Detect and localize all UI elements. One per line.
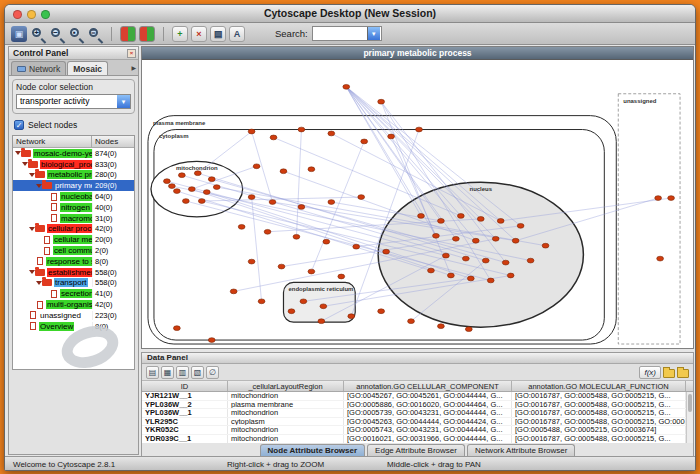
- network-node[interactable]: [300, 299, 307, 304]
- destroy-network-icon[interactable]: ×: [191, 26, 207, 42]
- network-node[interactable]: [178, 173, 185, 178]
- network-node[interactable]: [173, 189, 180, 194]
- network-node[interactable]: [278, 264, 285, 269]
- network-node[interactable]: [378, 99, 385, 104]
- network-canvas[interactable]: plasma membranecytoplasmmitochondrionnuc…: [142, 60, 693, 348]
- expander-icon[interactable]: [28, 270, 35, 274]
- tree-item-secretion[interactable]: secretion41(0): [13, 288, 134, 299]
- tree-item-metabolic-process[interactable]: metabolic process280(0): [13, 170, 134, 181]
- network-node[interactable]: [318, 319, 325, 324]
- network-node[interactable]: [428, 268, 435, 273]
- network-node[interactable]: [497, 218, 504, 223]
- expander-icon[interactable]: [14, 151, 21, 155]
- network-node[interactable]: [361, 139, 368, 144]
- expander-icon[interactable]: [28, 227, 35, 231]
- node-color-dropdown[interactable]: transporter activity ▼: [16, 94, 131, 109]
- table-row[interactable]: YPL036W__1mitochondrion[GO:0005739, GO:0…: [142, 409, 693, 418]
- network-node[interactable]: [527, 258, 534, 263]
- zoom-window-button[interactable]: [41, 10, 50, 19]
- network-node[interactable]: [443, 253, 450, 258]
- tree-item-transport[interactable]: transport558(0): [13, 278, 134, 289]
- network-frame-titlebar[interactable]: primary metabolic process: [142, 47, 693, 59]
- network-node[interactable]: [438, 324, 445, 329]
- unhide-all-nodes-icon[interactable]: [139, 26, 155, 42]
- tree-item-establishment-of-lo[interactable]: establishment of lo558(0): [13, 267, 134, 278]
- network-node[interactable]: [270, 135, 277, 140]
- tab-network[interactable]: Network: [11, 61, 66, 75]
- network-node[interactable]: [248, 195, 255, 200]
- zoom-selected-region-icon[interactable]: ▪: [68, 26, 84, 42]
- network-node[interactable]: [269, 200, 276, 205]
- search-combobox[interactable]: ▼: [312, 26, 382, 41]
- network-node[interactable]: [462, 256, 469, 261]
- tab-network-attribute-browser[interactable]: Network Attribute Browser: [467, 444, 575, 456]
- tree-item-cellular-process[interactable]: cellular process42(0): [13, 224, 134, 235]
- network-node[interactable]: [517, 223, 524, 228]
- network-node[interactable]: [198, 199, 205, 204]
- tree-item-cell-communica[interactable]: cell communica2(0): [13, 245, 134, 256]
- table-scrollbar[interactable]: [686, 392, 693, 443]
- network-node[interactable]: [507, 273, 514, 278]
- network-node[interactable]: [320, 304, 327, 309]
- zoom-fit-content-icon[interactable]: ≡: [87, 26, 103, 42]
- network-node[interactable]: [248, 129, 255, 134]
- expander-icon[interactable]: [35, 184, 42, 188]
- table-row[interactable]: YPL036W__2plasma membrane[GO:0005886, GO…: [142, 401, 693, 410]
- formula-builder-button[interactable]: f(x): [639, 366, 661, 379]
- network-node[interactable]: [238, 224, 245, 229]
- network-node[interactable]: [452, 236, 459, 241]
- network-node[interactable]: [482, 258, 489, 263]
- tree-column-nodes[interactable]: Nodes: [92, 136, 134, 147]
- network-node[interactable]: [208, 177, 215, 182]
- network-node[interactable]: [358, 195, 365, 200]
- network-node[interactable]: [264, 229, 271, 234]
- expander-icon[interactable]: [28, 173, 35, 177]
- network-node[interactable]: [182, 199, 189, 204]
- tree-item-nucleobase[interactable]: nucleobase64(0): [13, 191, 134, 202]
- network-node[interactable]: [328, 131, 335, 136]
- annotation-icon[interactable]: A: [229, 26, 245, 42]
- table-row[interactable]: YLR295Ccytoplasm[GO:0045263, GO:0044444,…: [142, 418, 693, 427]
- network-node[interactable]: [502, 260, 509, 265]
- network-node[interactable]: [230, 289, 237, 294]
- network-node[interactable]: [388, 134, 395, 139]
- tree-column-network[interactable]: Network: [13, 136, 92, 147]
- network-node[interactable]: [438, 218, 445, 223]
- tree-item-response-to-stimul[interactable]: response to stimul8(0): [13, 256, 134, 267]
- import-attributes-folder-icon[interactable]: [663, 369, 675, 378]
- network-node[interactable]: [408, 319, 415, 324]
- search-input[interactable]: [313, 27, 367, 40]
- table-row[interactable]: YKR052Cmitochondrion[GO:0005743, GO:0043…: [142, 426, 693, 435]
- network-node[interactable]: [213, 185, 220, 190]
- network-node[interactable]: [353, 244, 360, 249]
- network-node[interactable]: [248, 259, 255, 264]
- new-network-icon[interactable]: +: [172, 26, 188, 42]
- tab-mosaic[interactable]: Mosaic: [67, 61, 108, 75]
- network-node[interactable]: [253, 164, 260, 169]
- network-node[interactable]: [308, 167, 315, 172]
- tree-item-biological-process[interactable]: biological_process833(0): [13, 159, 134, 170]
- network-node[interactable]: [343, 84, 350, 89]
- network-node[interactable]: [208, 338, 215, 343]
- expander-icon[interactable]: [21, 162, 28, 166]
- network-node[interactable]: [203, 190, 210, 195]
- tree-item-mosaic-demo-yeast[interactable]: mosaic-demo-yeast874(0): [13, 148, 134, 159]
- network-node[interactable]: [472, 238, 479, 243]
- column-header-annotation-go-cellular-component[interactable]: annotation.GO CELLULAR_COMPONENT: [344, 381, 512, 391]
- network-node[interactable]: [447, 273, 454, 278]
- network-node[interactable]: [164, 179, 171, 184]
- network-node[interactable]: [188, 187, 195, 192]
- select-nodes-checkbox[interactable]: ✓: [14, 120, 24, 130]
- network-node[interactable]: [298, 127, 305, 132]
- hide-selected-nodes-icon[interactable]: [120, 26, 136, 42]
- tree-item-nitrogen-compo[interactable]: nitrogen compo40(0): [13, 202, 134, 213]
- network-node[interactable]: [338, 274, 345, 279]
- network-node[interactable]: [298, 205, 305, 210]
- network-node[interactable]: [258, 299, 265, 304]
- column-header-annotation-go-molecular-function[interactable]: annotation.GO MOLECULAR_FUNCTION: [512, 381, 686, 391]
- tree-item-primary-metab[interactable]: primary metab209(0): [13, 180, 134, 191]
- network-node[interactable]: [280, 169, 287, 174]
- zoom-in-icon[interactable]: +: [30, 26, 46, 42]
- network-node[interactable]: [288, 309, 295, 314]
- tab-scroll-right-icon[interactable]: ▶: [131, 64, 136, 71]
